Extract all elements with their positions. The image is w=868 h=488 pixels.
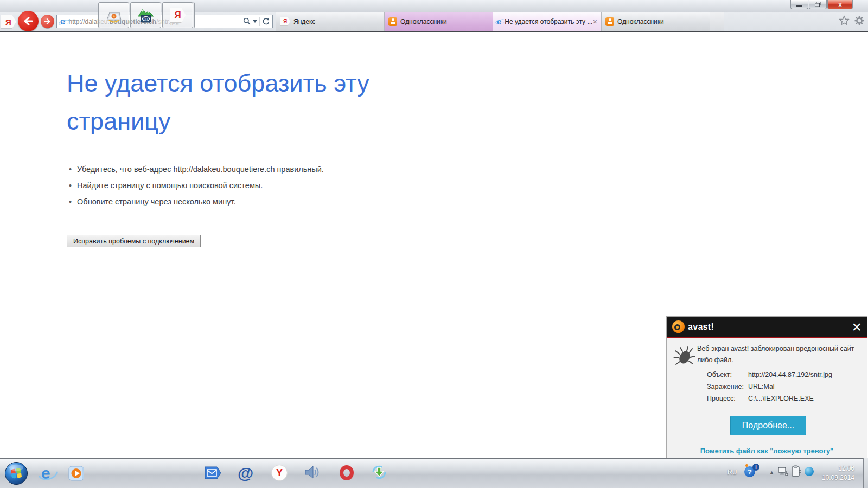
taskbar <box>0 458 868 488</box>
forward-arrow-icon <box>43 17 52 25</box>
taskbar-volume-icon[interactable] <box>304 465 320 480</box>
window-controls: x <box>790 0 853 9</box>
minimize-button[interactable] <box>790 0 808 9</box>
address-dropdown-icon[interactable] <box>253 20 257 23</box>
taskbar-ie-icon[interactable]: e <box>38 464 58 483</box>
tab-close-icon[interactable]: × <box>593 18 597 25</box>
hp-icon: hp <box>137 6 155 24</box>
avast-field-process: Процесс: C:\...\IEXPLORE.EXE <box>707 395 832 402</box>
settings-gear-icon[interactable] <box>854 15 865 28</box>
suggestion-item: Найдите страницу с помощью поисковой сис… <box>69 180 449 191</box>
avast-field-infection: Заражение: URL:Mal <box>707 383 832 390</box>
avast-field-object: Объект: http://204.44.87.192/sntr.jpg <box>707 371 832 378</box>
tray-date: 10.09.2014 <box>811 473 854 483</box>
fix-connection-button[interactable]: Исправить проблемы с подключением <box>67 235 201 247</box>
taskbar-yandex-button[interactable]: Я <box>162 2 193 28</box>
suggestion-item: Обновите страницу через несколько минут. <box>69 196 449 207</box>
taskbar-yandex-browser-icon[interactable]: Y <box>271 465 288 481</box>
avast-logo-icon <box>672 320 685 333</box>
odnoklassniki-icon <box>388 17 397 26</box>
tab-error-page[interactable]: e Не удается отобразить эту ... × <box>493 12 601 31</box>
yandex-tab-icon: Я <box>280 17 290 26</box>
new-tab-button[interactable] <box>710 12 724 31</box>
ie-page-icon: e <box>60 17 65 26</box>
tab-yandex[interactable]: Я Яндекс <box>276 12 384 31</box>
search-icon[interactable] <box>243 17 251 25</box>
taskbar-mediaget-icon[interactable] <box>371 464 387 480</box>
refresh-icon[interactable] <box>262 17 270 25</box>
avast-detail-fields: Объект: http://204.44.87.192/sntr.jpg За… <box>707 371 832 407</box>
restore-button[interactable] <box>809 0 827 9</box>
bug-icon <box>673 345 696 368</box>
avast-popup: avast! × Веб экран avast! заблокирован в… <box>666 316 867 458</box>
avast-brand: avast! <box>688 322 714 332</box>
yandex-app-icon: Я <box>170 8 186 23</box>
tab-odnoklassniki-1[interactable]: Одноклассники <box>384 12 493 31</box>
tab-bar: Я Яндекс Одноклассники e Не удается отоб… <box>276 12 724 31</box>
taskbar-mail-icon[interactable] <box>204 465 221 481</box>
tray-time: 12:06 <box>811 464 854 473</box>
taskbar-mailru-agent-icon[interactable]: @ <box>238 464 253 483</box>
taskbar-wmp-icon[interactable] <box>68 465 86 482</box>
restore-icon <box>815 2 821 7</box>
taskbar-photo-app-button[interactable] <box>98 2 129 28</box>
avast-details-button[interactable]: Подробнее... <box>730 416 806 435</box>
avast-close-icon[interactable]: × <box>852 320 861 333</box>
close-button[interactable]: x <box>827 0 853 9</box>
show-hidden-icons-button[interactable]: ▲ <box>769 470 774 475</box>
back-button[interactable] <box>18 11 39 31</box>
avast-message: Веб экран avast! заблокирован вредоносны… <box>697 343 858 365</box>
minimize-icon <box>796 5 802 7</box>
avast-popup-body: Веб экран avast! заблокирован вредоносны… <box>667 338 867 458</box>
page-title: Не удается отобразить эту страницу <box>67 65 403 140</box>
avast-popup-header: avast! × <box>667 317 867 337</box>
tray-network-icon[interactable] <box>778 466 790 477</box>
suggestion-list: Убедитесь, что веб-адрес http://dalakeu.… <box>69 164 449 213</box>
desktop: x Я e http://dalakeu.bouquetiere.ch/sntr… <box>0 0 868 488</box>
forward-button[interactable] <box>41 15 54 28</box>
taskbar-opera-icon[interactable] <box>340 465 354 480</box>
photo-app-icon <box>105 7 123 23</box>
tray-clipboard-icon[interactable] <box>791 465 802 477</box>
taskbar-hp-button[interactable]: hp <box>130 2 161 28</box>
ie-tab-icon: e <box>497 17 501 26</box>
avast-false-alarm-link[interactable]: Пометить файл как "ложную тревогу" <box>667 447 867 455</box>
show-desktop-button[interactable] <box>863 458 868 488</box>
tray-clock[interactable]: 12:06 10.09.2014 <box>811 464 854 483</box>
address-bar-divider <box>259 17 260 26</box>
tab-odnoklassniki-2[interactable]: Одноклассники <box>601 12 710 31</box>
tray-punto-icon[interactable]: ? i <box>744 464 761 480</box>
suggestion-item: Убедитесь, что веб-адрес http://dalakeu.… <box>69 164 449 175</box>
favorites-star-icon[interactable] <box>839 15 850 28</box>
start-button[interactable] <box>4 461 28 485</box>
hp-label: hp <box>143 17 148 21</box>
close-icon: x <box>838 2 841 7</box>
back-arrow-icon <box>22 15 34 27</box>
tray-language-indicator[interactable]: RU <box>727 468 737 476</box>
odnoklassniki-icon <box>605 17 614 26</box>
